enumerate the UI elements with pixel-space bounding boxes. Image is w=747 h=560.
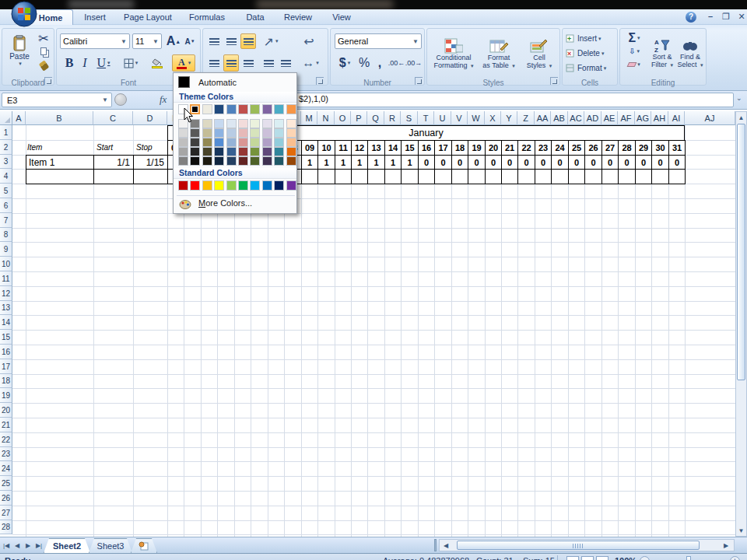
theme-variant-swatch-E26B0A[interactable] bbox=[286, 147, 296, 156]
cell-empty[interactable] bbox=[618, 169, 636, 184]
standard-color-swatch-00B050[interactable] bbox=[238, 180, 248, 191]
insert-function-button[interactable]: fx bbox=[160, 93, 174, 107]
theme-variant-swatch-548DD4[interactable] bbox=[214, 138, 224, 147]
column-header-AJ[interactable]: AJ bbox=[685, 111, 735, 125]
last-sheet-button[interactable]: ▶| bbox=[34, 540, 44, 551]
name-box-arrow-icon[interactable]: ▼ bbox=[102, 96, 108, 103]
theme-variant-swatch-8DB3E2[interactable] bbox=[214, 128, 224, 138]
percent-style-button[interactable]: % bbox=[356, 54, 372, 72]
theme-variant-swatch-FABF8F[interactable] bbox=[286, 138, 296, 147]
row-header-5[interactable]: 5 bbox=[0, 184, 12, 198]
formula-bar-expand-icon[interactable]: ⌄ bbox=[736, 94, 742, 102]
theme-color-swatch-1F497D[interactable] bbox=[214, 104, 224, 114]
theme-variant-swatch-1D1B10[interactable] bbox=[202, 156, 212, 166]
sort-filter-button[interactable]: AZ Sort & Filter ▾ bbox=[648, 31, 676, 75]
help-icon[interactable]: ? bbox=[685, 11, 697, 23]
row-header-21[interactable]: 21 bbox=[0, 418, 12, 432]
theme-variant-swatch-215967[interactable] bbox=[274, 156, 284, 166]
column-header-Z[interactable]: Z bbox=[517, 111, 535, 125]
minimize-button[interactable]: – bbox=[703, 11, 717, 23]
theme-variant-swatch-60497A[interactable] bbox=[262, 147, 272, 156]
column-header-Q[interactable]: Q bbox=[367, 111, 384, 125]
theme-variant-swatch-DDD9C3[interactable] bbox=[202, 119, 212, 128]
font-size-select[interactable]: 11▼ bbox=[132, 33, 162, 49]
theme-variant-swatch-17365D[interactable] bbox=[214, 147, 224, 156]
cell-day-value[interactable]: 1 bbox=[317, 155, 335, 170]
cell-day-header[interactable]: 15 bbox=[401, 140, 419, 156]
theme-variant-swatch-C4D79B[interactable] bbox=[250, 138, 260, 147]
next-sheet-button[interactable]: ▶ bbox=[23, 540, 33, 551]
standard-color-swatch-7030A0[interactable] bbox=[286, 180, 296, 191]
theme-variant-swatch-366092[interactable] bbox=[226, 147, 237, 156]
cell-day-header[interactable]: 22 bbox=[517, 140, 535, 156]
tab-view[interactable]: View bbox=[325, 9, 358, 25]
cell-day-value[interactable]: 0 bbox=[668, 155, 686, 170]
cell-stop-label[interactable]: Stop bbox=[136, 140, 167, 154]
row-header-4[interactable]: 4 bbox=[0, 169, 12, 184]
cell-empty[interactable] bbox=[418, 169, 435, 184]
zoom-in-button[interactable]: + bbox=[730, 556, 740, 560]
theme-variant-swatch-244062[interactable] bbox=[226, 156, 237, 166]
theme-variant-swatch-31859B[interactable] bbox=[274, 147, 284, 156]
cell-day-header[interactable]: 14 bbox=[384, 140, 402, 156]
column-header-R[interactable]: R bbox=[384, 111, 401, 125]
cell-day-value[interactable]: 0 bbox=[568, 155, 585, 170]
cell-empty[interactable] bbox=[434, 169, 452, 184]
autosum-button[interactable]: Σ▾ bbox=[623, 32, 645, 44]
cell-day-value[interactable]: 1 bbox=[301, 155, 318, 170]
cell-empty[interactable] bbox=[601, 169, 619, 184]
cell-empty[interactable] bbox=[401, 169, 419, 184]
row-header-20[interactable]: 20 bbox=[0, 403, 12, 418]
normal-view-button[interactable] bbox=[566, 556, 579, 560]
column-header-AC[interactable]: AC bbox=[568, 111, 584, 125]
underline-button[interactable]: U▾ bbox=[93, 54, 114, 72]
tab-formulas[interactable]: Formulas bbox=[182, 9, 232, 25]
standard-color-swatch-0070C0[interactable] bbox=[262, 180, 272, 191]
row-header-1[interactable]: 1 bbox=[0, 125, 12, 140]
cell-empty[interactable] bbox=[367, 169, 385, 184]
format-painter-button[interactable] bbox=[37, 59, 51, 72]
fill-button[interactable]: ⇩▾ bbox=[623, 45, 645, 57]
column-header-D[interactable]: D bbox=[133, 111, 167, 125]
theme-color-swatch-EEECE1[interactable] bbox=[202, 104, 212, 114]
cell-item-label[interactable]: Item bbox=[27, 140, 93, 154]
row-header-23[interactable]: 23 bbox=[0, 447, 12, 461]
standard-color-swatch-FF0000[interactable] bbox=[190, 180, 200, 191]
cell-day-header[interactable]: 25 bbox=[568, 140, 585, 156]
clipboard-dialog-launcher[interactable] bbox=[44, 77, 52, 85]
column-header-V[interactable]: V bbox=[451, 111, 468, 125]
cell-day-header[interactable]: 20 bbox=[485, 140, 502, 156]
merge-center-button[interactable]: ↔▾ bbox=[298, 54, 323, 72]
clear-button[interactable]: ▾ bbox=[623, 58, 645, 70]
cell-day-header[interactable]: 24 bbox=[551, 140, 569, 156]
office-button[interactable] bbox=[11, 1, 37, 27]
theme-variant-swatch-76933C[interactable] bbox=[250, 147, 260, 156]
horizontal-scrollbar-thumb[interactable] bbox=[457, 541, 700, 550]
column-header-AF[interactable]: AF bbox=[618, 111, 635, 125]
theme-variant-swatch-494429[interactable] bbox=[202, 147, 212, 156]
row-header-13[interactable]: 13 bbox=[0, 301, 12, 315]
row-header-7[interactable]: 7 bbox=[0, 213, 12, 228]
theme-variant-swatch-0F243E[interactable] bbox=[214, 156, 224, 166]
row-header-27[interactable]: 27 bbox=[0, 506, 12, 520]
column-header-U[interactable]: U bbox=[434, 111, 451, 125]
cell-empty[interactable] bbox=[133, 169, 168, 184]
theme-variant-swatch-F2DCDB[interactable] bbox=[238, 119, 248, 128]
row-header-18[interactable]: 18 bbox=[0, 374, 12, 388]
cell-day-header[interactable]: 19 bbox=[468, 140, 486, 156]
cell-empty[interactable] bbox=[651, 169, 669, 184]
tab-insert[interactable]: Insert bbox=[76, 9, 114, 25]
cell-day-value[interactable]: 1 bbox=[335, 155, 352, 170]
column-header-X[interactable]: X bbox=[485, 111, 501, 125]
cell-day-value[interactable]: 1 bbox=[401, 155, 419, 170]
row-header-24[interactable]: 24 bbox=[0, 461, 12, 476]
theme-variant-swatch-CCC0DA[interactable] bbox=[262, 128, 272, 138]
column-header-S[interactable]: S bbox=[401, 111, 418, 125]
cell-day-header[interactable]: 11 bbox=[335, 140, 352, 156]
copy-button[interactable] bbox=[37, 45, 51, 58]
cell-empty[interactable] bbox=[93, 169, 134, 184]
cell-empty[interactable] bbox=[351, 169, 368, 184]
align-right-button[interactable] bbox=[240, 54, 256, 72]
cell-empty[interactable] bbox=[568, 169, 585, 184]
middle-align-button[interactable] bbox=[223, 33, 239, 49]
